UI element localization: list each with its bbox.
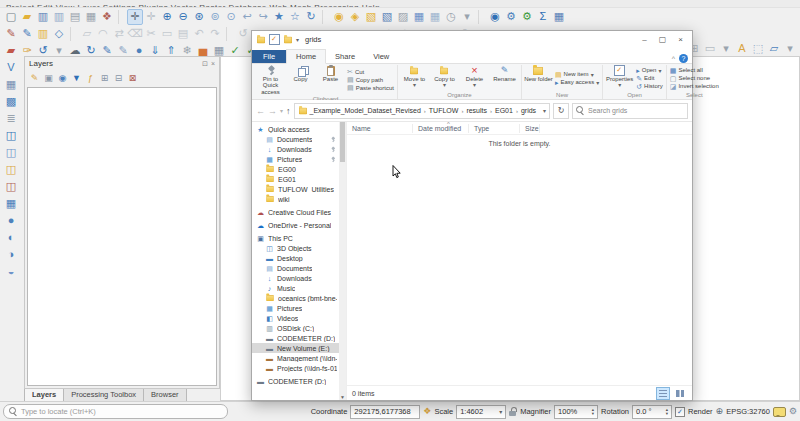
paste-features-icon[interactable]: ▤ xyxy=(175,26,191,42)
pin-to-quick-access-button[interactable]: Pin to Quick access xyxy=(256,65,285,95)
filter-legend-icon[interactable]: ▼ xyxy=(70,72,83,84)
move-to-button[interactable]: Move to▾ xyxy=(400,65,429,91)
sidebar-item-desktop[interactable]: ▬Desktop xyxy=(252,253,339,263)
measure-clock-icon[interactable]: ◷ xyxy=(443,9,459,25)
toggle-editing-icon[interactable]: ✎ xyxy=(19,26,35,42)
new-folder-quick-icon[interactable] xyxy=(284,36,292,42)
chevron-down-icon[interactable]: ▾ xyxy=(499,408,502,415)
add-wfs-icon[interactable]: ◑ xyxy=(3,247,20,262)
raster-grid-icon[interactable]: ▦ xyxy=(551,9,567,25)
minimize-button[interactable]: – xyxy=(637,35,652,44)
sidebar-item-music[interactable]: ♪Music xyxy=(252,283,339,293)
save-layer-edits-icon[interactable]: ▥ xyxy=(35,26,51,42)
sidebar-item-projects-ldn-fs-01-bmt-org[interactable]: ▬Projects (\\ldn-fs-01.bmt.org) xyxy=(252,363,339,373)
sidebar-item-documents[interactable]: ▤Documents xyxy=(252,134,339,144)
forward-icon[interactable]: → xyxy=(268,106,277,116)
deselect-features-icon[interactable]: ▨ xyxy=(395,9,411,25)
add-group-icon[interactable]: ▣ xyxy=(42,72,55,84)
filter-expression-icon[interactable]: ƒ xyxy=(84,72,97,84)
crs-value[interactable]: EPSG:32760 xyxy=(726,407,770,416)
breadcrumb-segment[interactable]: results xyxy=(466,107,487,114)
column-header[interactable]: Name xyxy=(347,124,413,133)
edit-button[interactable]: ✎Edit xyxy=(636,75,663,82)
scrollbar-thumb[interactable] xyxy=(340,122,345,162)
sidebar-item-3d-objects[interactable]: ◫3D Objects xyxy=(252,243,339,253)
new-item-button[interactable]: ▤New item▾ xyxy=(555,71,599,78)
add-postgis-icon[interactable]: ◫ xyxy=(3,128,20,143)
options-gear-icon[interactable]: ⚙ xyxy=(503,9,519,25)
search-box[interactable]: Search grids xyxy=(572,103,688,119)
details-view-button[interactable] xyxy=(656,387,670,400)
breadcrumb-segment[interactable]: grids xyxy=(521,107,536,114)
add-raster-layer-icon[interactable]: ▦ xyxy=(3,77,20,92)
tab-file[interactable]: File xyxy=(252,50,286,63)
copy-to-button[interactable]: Copy to▾ xyxy=(430,65,459,91)
show-bookmarks-icon[interactable]: ☆ xyxy=(287,9,303,25)
save-project-as-icon[interactable]: ▥ xyxy=(51,9,67,25)
add-arcgis-icon[interactable]: ◒ xyxy=(3,264,20,279)
scroll-down-icon[interactable]: ▼ xyxy=(339,394,346,400)
field-calculator-icon[interactable]: ▦ xyxy=(427,9,443,25)
select-all-button[interactable]: ▦Select all xyxy=(670,67,719,74)
address-dropdown-icon[interactable]: ▾ xyxy=(543,107,546,114)
add-wcs-icon[interactable]: ◐ xyxy=(3,230,20,245)
sidebar-item-pictures[interactable]: ▦Pictures xyxy=(252,303,339,313)
add-mssql-icon[interactable]: ◫ xyxy=(3,162,20,177)
history-button[interactable]: ↺History xyxy=(636,83,663,90)
vertex-tool-icon[interactable]: ◇ xyxy=(51,26,67,42)
rotation-input[interactable]: 0.0 °▴▾ xyxy=(632,405,672,419)
delete-selected-icon[interactable]: ⌫ xyxy=(127,26,143,42)
tab-view[interactable]: View xyxy=(364,50,398,63)
refresh-map-icon[interactable]: ↻ xyxy=(303,9,319,25)
spinner-icon[interactable]: ▴▾ xyxy=(666,408,668,415)
data-source-manager-icon[interactable]: ▰ xyxy=(3,43,19,59)
log-messages-icon[interactable]: ◉ xyxy=(487,9,503,25)
move-feature-icon[interactable]: ⇄ xyxy=(111,26,127,42)
add-wms-icon[interactable]: ● xyxy=(3,213,20,228)
sidebar-item-documents[interactable]: ▤Documents xyxy=(252,263,339,273)
add-delimited-text-icon[interactable]: ≣ xyxy=(3,111,20,126)
up-icon[interactable]: ↑ xyxy=(286,106,291,116)
save-project-icon[interactable]: ▥ xyxy=(35,9,51,25)
zoom-full-extent-icon[interactable]: ⊛ xyxy=(191,9,207,25)
customize-quick-access-icon[interactable]: ▾ xyxy=(296,36,299,43)
file-list[interactable]: This folder is empty. xyxy=(347,135,692,385)
breadcrumb-segment[interactable]: _Example_Model_Dataset_Revised xyxy=(310,107,421,114)
gear-icon[interactable]: ⚙ xyxy=(789,407,797,416)
paste-button[interactable]: Paste xyxy=(316,65,345,95)
lock-scale-icon[interactable] xyxy=(509,407,517,417)
new-print-layout-icon[interactable]: ▤ xyxy=(67,9,83,25)
explorer-title-bar[interactable]: ▾ grids – ▢ × xyxy=(252,31,692,48)
processing-gear-icon[interactable]: ⚙ xyxy=(519,9,535,25)
messages-icon[interactable] xyxy=(773,407,786,417)
back-icon[interactable]: ← xyxy=(256,106,265,116)
zoom-last-icon[interactable]: ↩ xyxy=(239,9,255,25)
add-feature-icon[interactable]: ▱ xyxy=(79,26,95,42)
style-manager-icon[interactable]: ❖ xyxy=(99,9,115,25)
sidebar-item-onedrive-personal[interactable]: ☁OneDrive - Personal xyxy=(252,220,339,230)
rotate-feature-icon[interactable]: ↺ xyxy=(235,26,251,42)
change-label-icon[interactable]: ▱ xyxy=(766,41,782,57)
new-annotation-icon[interactable]: ▭ xyxy=(702,41,718,57)
new-project-icon[interactable]: ▢ xyxy=(3,9,19,25)
recent-locations-icon[interactable]: ▾ xyxy=(280,107,283,114)
magnifier-input[interactable]: 100%▴▾ xyxy=(554,405,598,419)
open-attribute-table-icon[interactable]: ▦ xyxy=(411,9,427,25)
select-none-button[interactable]: ▢Select none xyxy=(670,75,719,82)
sidebar-item-downloads[interactable]: ↓Downloads xyxy=(252,273,339,283)
cut-features-icon[interactable]: ✂ xyxy=(143,26,159,42)
sidebar-item-wiki[interactable]: wiki xyxy=(252,194,339,204)
coordinate-input[interactable]: 292175,6177368 xyxy=(350,405,420,419)
rename-button[interactable]: ✎ Rename xyxy=(490,65,519,91)
sidebar-item-tuflow-utilities[interactable]: TUFLOW_Utilities xyxy=(252,184,339,194)
collapse-ribbon-icon[interactable]: ^ xyxy=(672,55,675,62)
new-folder-button[interactable]: New folder xyxy=(524,65,553,91)
sidebar-item-codemeter-d[interactable]: ▬CODEMETER (D:) xyxy=(252,333,339,343)
pan-map-icon[interactable]: ✛ xyxy=(127,9,143,25)
dropdown-caret-icon[interactable]: ▾ xyxy=(718,41,734,57)
zoom-to-selection-icon[interactable]: ⊚ xyxy=(207,9,223,25)
add-oracle-icon[interactable]: ◫ xyxy=(3,179,20,194)
delete-button[interactable]: × Delete▾ xyxy=(460,65,489,91)
sidebar-scrollbar[interactable]: ▼ xyxy=(339,122,346,400)
sidebar-item-oceanics-bmt-bne-fs02[interactable]: oceanics (bmt-bne-fs02) xyxy=(252,293,339,303)
